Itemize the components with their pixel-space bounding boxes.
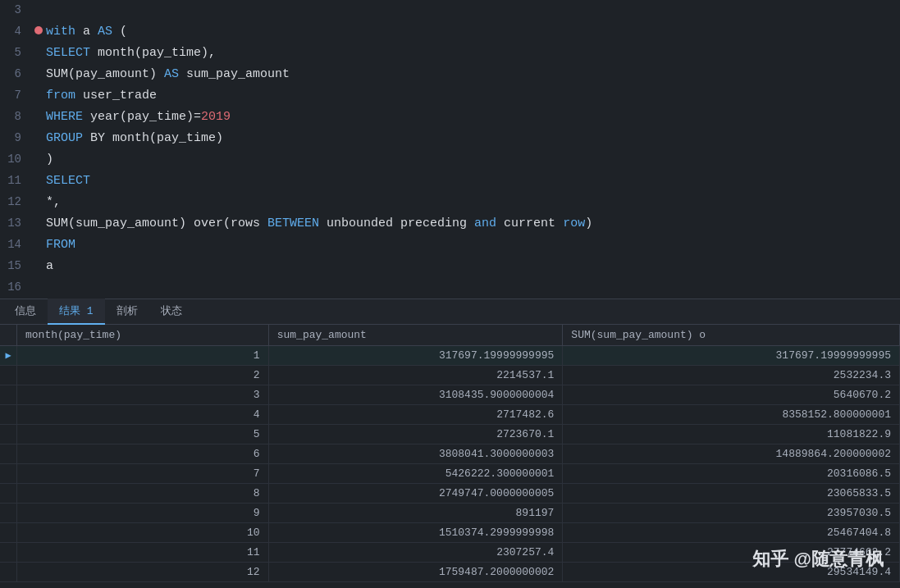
line-content: *, [46, 193, 900, 212]
code-line: 15a [0, 256, 900, 277]
table-cell: 2532234.3 [563, 366, 900, 385]
table-cell: 27774662.2 [563, 543, 900, 563]
token: current [496, 217, 563, 230]
breakpoint-indicator [34, 26, 43, 34]
table-row[interactable]: 22214537.12532234.3 [0, 366, 900, 385]
table-row[interactable]: 42717482.68358152.800000001 [0, 405, 900, 425]
table-row[interactable]: 82749747.000000000523065833.5 [0, 484, 900, 504]
table-cell: 10 [17, 523, 269, 543]
row-indicator-cell [0, 405, 17, 425]
table-row[interactable]: 121759487.200000000229534149.4 [0, 563, 900, 582]
tab-信息[interactable]: 信息 [3, 299, 48, 325]
line-number: 11 [0, 171, 34, 189]
table-header: SUM(sum_pay_amount) o [563, 325, 900, 346]
table-cell: 317697.19999999995 [268, 346, 563, 366]
code-editor: 34with a AS (5SELECT month(pay_time),6SU… [0, 0, 900, 299]
row-indicator-cell [0, 464, 17, 484]
line-content: SELECT month(pay_time), [46, 43, 900, 63]
tabs-bar: 信息结果 1剖析状态 [0, 299, 900, 325]
token: BY month(pay_time) [83, 131, 223, 145]
row-indicator-cell [0, 444, 17, 464]
token: SUM(sum_pay_amount) over(rows [46, 217, 267, 230]
token: ) [585, 217, 592, 230]
line-number: 5 [0, 43, 34, 62]
table-cell: 12 [17, 563, 269, 582]
code-line: 7from user_trade [0, 85, 900, 107]
tab-状态[interactable]: 状态 [149, 299, 194, 325]
line-content: ) [46, 150, 900, 170]
table-row[interactable]: 75426222.30000000120316086.5 [0, 464, 900, 484]
table-cell: 11081822.9 [563, 425, 900, 444]
token: SELECT [46, 46, 90, 60]
table-row[interactable]: 52723670.111081822.9 [0, 425, 900, 444]
table-row[interactable]: ▶1317697.19999999995317697.19999999995 [0, 346, 900, 366]
table-cell: 2723670.1 [268, 425, 563, 444]
row-indicator-cell [0, 523, 17, 543]
table-cell: 2749747.0000000005 [268, 484, 563, 504]
tab-剖析[interactable]: 剖析 [105, 299, 149, 325]
table-cell: 23065833.5 [563, 484, 900, 504]
table-cell: 29534149.4 [563, 563, 900, 582]
tab-结果 1[interactable]: 结果 1 [48, 299, 105, 325]
line-number: 3 [0, 1, 34, 19]
row-indicator-cell: ▶ [0, 346, 17, 366]
table-header: month(pay_time) [17, 325, 269, 346]
token: SUM(pay_amount) [46, 67, 157, 81]
table-row[interactable]: 101510374.299999999825467404.8 [0, 523, 900, 543]
code-line: 8WHERE year(pay_time)=2019 [0, 107, 900, 128]
table-cell: 7 [17, 464, 269, 484]
table-cell: 1510374.2999999998 [268, 523, 563, 543]
line-content: SELECT [46, 171, 900, 191]
table-cell: 6 [17, 444, 269, 464]
table-cell: 2 [17, 366, 269, 385]
token: 2019 [201, 110, 231, 124]
table-cell: 25467404.8 [563, 523, 900, 543]
table-cell: 11 [17, 543, 269, 563]
row-indicator-cell [0, 385, 17, 405]
token: GROUP [46, 131, 83, 145]
table-row[interactable]: 112307257.427774662.2 [0, 543, 900, 563]
table-cell: 3808041.3000000003 [268, 444, 563, 464]
token: month(pay_time), [90, 46, 216, 60]
table-container: month(pay_time)sum_pay_amountSUM(sum_pay… [0, 325, 900, 588]
table-cell: 8358152.800000001 [563, 405, 900, 425]
table-cell: 4 [17, 405, 269, 425]
code-line: 3 [0, 0, 900, 21]
table-row[interactable]: 989119723957030.5 [0, 504, 900, 523]
token: user_trade [75, 89, 157, 103]
line-number: 10 [0, 150, 34, 168]
line-number: 14 [0, 235, 34, 253]
row-indicator-cell [0, 425, 17, 444]
code-line: 12*, [0, 192, 900, 213]
token: row [563, 217, 585, 230]
table-cell: 8 [17, 484, 269, 504]
token: AS [98, 25, 112, 39]
line-number: 12 [0, 193, 34, 211]
table-cell: 3 [17, 385, 269, 405]
table-cell: 20316086.5 [563, 464, 900, 484]
results-area: month(pay_time)sum_pay_amountSUM(sum_pay… [0, 325, 900, 588]
token: with [46, 25, 75, 39]
token: SELECT [46, 174, 90, 188]
table-cell: 14889864.200000002 [563, 444, 900, 464]
results-table: month(pay_time)sum_pay_amountSUM(sum_pay… [0, 325, 900, 582]
token: WHERE [46, 110, 83, 124]
table-cell: 23957030.5 [563, 504, 900, 523]
table-row[interactable]: 63808041.300000000314889864.200000002 [0, 444, 900, 464]
line-content: with a AS ( [46, 22, 900, 42]
table-cell: 1759487.2000000002 [268, 563, 563, 582]
code-line: 16 [0, 277, 900, 299]
line-number: 7 [0, 86, 34, 104]
table-cell: 9 [17, 504, 269, 523]
line-content: WHERE year(pay_time)=2019 [46, 107, 900, 127]
table-row[interactable]: 33108435.90000000045640670.2 [0, 385, 900, 405]
line-number: 6 [0, 65, 34, 83]
table-cell: 3108435.9000000004 [268, 385, 563, 405]
line-content: a [46, 257, 900, 276]
line-number: 8 [0, 107, 34, 125]
line-content: SUM(sum_pay_amount) over(rows BETWEEN un… [46, 214, 900, 234]
line-number: 16 [0, 278, 34, 296]
token: a [46, 259, 53, 273]
code-line: 4with a AS ( [0, 21, 900, 43]
token: year(pay_time)= [83, 110, 201, 124]
